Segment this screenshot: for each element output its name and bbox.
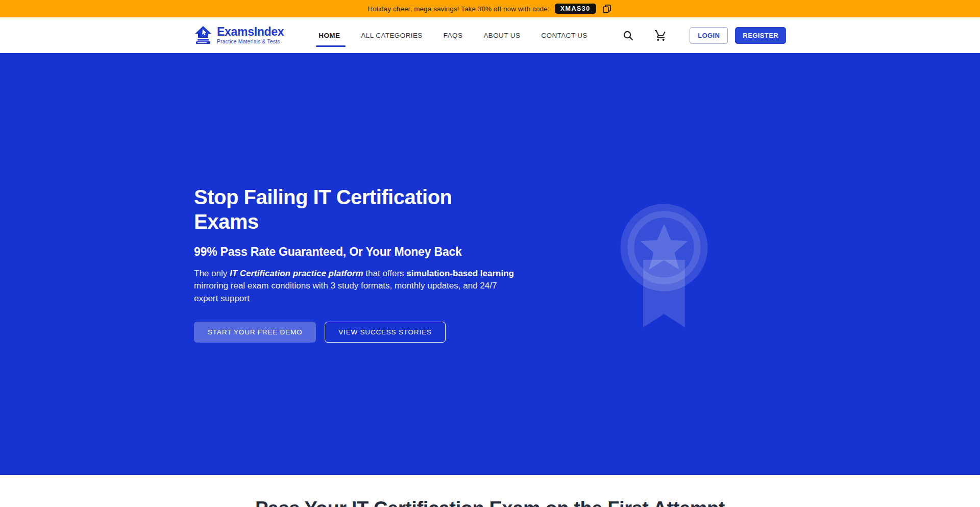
logo-subtitle: Practice Materials & Tests bbox=[217, 39, 284, 44]
hero-paragraph: The only IT Certification practice platf… bbox=[194, 268, 523, 305]
logo-title: ExamsIndex bbox=[217, 26, 284, 38]
hero-headline: Stop Failing IT Certification Exams bbox=[194, 185, 531, 234]
paragraph-bold: simulation-based learning bbox=[406, 269, 514, 278]
hero-subheadline: 99% Pass Rate Guaranteed, Or Your Money … bbox=[194, 245, 531, 259]
paragraph-text: mirroring real exam conditions with 3 st… bbox=[194, 281, 497, 303]
promo-banner: Holiday cheer, mega savings! Take 30% of… bbox=[0, 0, 980, 17]
logo-icon bbox=[194, 25, 212, 45]
nav-menu: HOME ALL CATEGORIES FAQS ABOUT US CONTAC… bbox=[317, 17, 607, 53]
register-button[interactable]: REGISTER bbox=[735, 27, 786, 44]
cart-button[interactable] bbox=[652, 27, 669, 44]
copy-icon bbox=[602, 4, 612, 14]
nav-item-all-categories[interactable]: ALL CATEGORIES bbox=[360, 17, 423, 53]
copy-code-button[interactable] bbox=[601, 3, 612, 14]
nav-item-faqs[interactable]: FAQS bbox=[443, 17, 464, 53]
paragraph-emphasis: IT Certification practice platform bbox=[230, 269, 363, 278]
login-button[interactable]: LOGIN bbox=[690, 27, 728, 44]
paragraph-text: The only bbox=[194, 269, 230, 278]
promo-code-badge[interactable]: XMAS30 bbox=[555, 4, 596, 14]
cart-icon bbox=[654, 29, 667, 42]
search-icon bbox=[622, 30, 634, 41]
search-button[interactable] bbox=[620, 28, 636, 43]
navbar: ExamsIndex Practice Materials & Tests HO… bbox=[0, 17, 980, 53]
hero-section: Stop Failing IT Certification Exams 99% … bbox=[0, 53, 980, 475]
nav-item-about-us[interactable]: ABOUT US bbox=[482, 17, 521, 53]
logo[interactable]: ExamsIndex Practice Materials & Tests bbox=[194, 25, 284, 45]
start-free-demo-button[interactable]: START YOUR FREE DEMO bbox=[194, 322, 316, 343]
next-section-heading: Pass Your IT Certification Exam on the F… bbox=[0, 497, 980, 507]
paragraph-text: that offers bbox=[363, 269, 407, 278]
next-section: Pass Your IT Certification Exam on the F… bbox=[0, 475, 980, 507]
view-success-stories-button[interactable]: VIEW SUCCESS STORIES bbox=[325, 322, 445, 343]
nav-item-contact-us[interactable]: CONTACT US bbox=[540, 17, 589, 53]
promo-message: Holiday cheer, mega savings! Take 30% of… bbox=[368, 5, 549, 13]
nav-item-home[interactable]: HOME bbox=[317, 17, 341, 53]
award-ribbon-icon bbox=[617, 203, 712, 331]
